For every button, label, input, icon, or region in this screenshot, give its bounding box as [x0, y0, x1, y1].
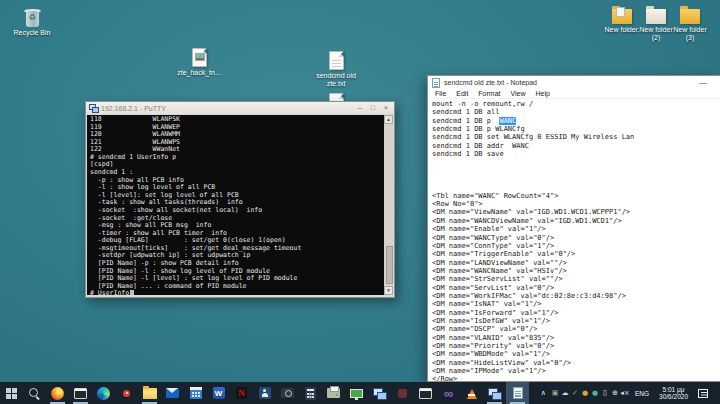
visual-studio-icon: [441, 386, 456, 401]
edge-icon: [97, 387, 110, 400]
taskbar-remote-desktop[interactable]: [345, 382, 368, 404]
notepad-text-area[interactable]: mount -n -o remount,rw /sendcmd 1 DB all…: [428, 99, 720, 381]
notepad-line: <DM name="VLANID" val="835"/>: [432, 334, 720, 342]
notepad-line: <DM name="ConnType" val="1"/>: [432, 242, 720, 250]
menu-item-view[interactable]: View: [506, 90, 531, 97]
scroll-down-button[interactable]: ▼: [384, 286, 393, 295]
taskbar-command-prompt[interactable]: [69, 382, 92, 404]
notepad-line: sendcmd 1 DB set WLANCfg 0 ESSID My Wire…: [432, 133, 720, 141]
menu-item-help[interactable]: Help: [531, 90, 555, 97]
terminal-cursor: [130, 290, 134, 295]
taskbar-start[interactable]: [0, 382, 23, 404]
taskbar-people[interactable]: [253, 382, 276, 404]
onedrive-icon[interactable]: ☁: [560, 389, 570, 397]
safely-remove-icon[interactable]: ▣: [550, 389, 560, 397]
action-center-icon[interactable]: [698, 389, 708, 398]
clock-time: 5:01 μμ: [659, 386, 688, 394]
notepad-line: </Row>: [432, 375, 720, 381]
taskbar-firefox[interactable]: [46, 382, 69, 404]
network-icon[interactable]: ⊕: [610, 389, 620, 397]
desktop: ♻ Recycle Bin zte_hack_tn... sendcmd old…: [0, 0, 720, 404]
notepad-line: <DM name="WBDMode" val="1"/>: [432, 350, 720, 358]
scrollbar-thumb[interactable]: [386, 246, 393, 284]
taskbar-visual-studio[interactable]: [437, 382, 460, 404]
desktop-icon-zte-hack[interactable]: zte_hack_tn...: [171, 48, 227, 77]
notepad-line: sendcmd 1 DB p WLANCfg: [432, 125, 720, 133]
taskbar-calculator[interactable]: [299, 382, 322, 404]
sendcmd-file-label: sendcmd old zte.txt: [308, 72, 364, 88]
notepad-line: <DM name="Enable" val="1"/>: [432, 225, 720, 233]
terminal-icon: [419, 388, 432, 399]
clock-date: 30/6/2020: [659, 393, 688, 401]
taskbar-apps: [0, 382, 529, 404]
taskbar-mail[interactable]: [161, 382, 184, 404]
taskbar-putty[interactable]: [368, 382, 391, 404]
pinned-app-icon: [123, 390, 130, 397]
taskbar-file-explorer[interactable]: [138, 382, 161, 404]
putty-titlebar[interactable]: 192.168.2.1 - PuTTY – □ ×: [86, 102, 394, 114]
notepad-title: sendcmd old zte.txt - Notepad: [444, 79, 699, 86]
new-folder-1-label: New folder.: [604, 26, 639, 34]
putty-minimize-button[interactable]: –: [358, 104, 362, 112]
taskbar-terminal[interactable]: [414, 382, 437, 404]
taskbar: ∧ ▣☁✓●●▯⊕◂× ENG 5:01 μμ 30/6/2020: [0, 382, 720, 404]
sendcmd-file-icon: [329, 51, 344, 70]
taskbar-word[interactable]: [207, 382, 230, 404]
update-icon[interactable]: ●: [580, 389, 590, 397]
putty-app-icon: [89, 104, 98, 112]
folder-yellow-icon: [680, 9, 700, 24]
terminal-line: [cspd]: [90, 161, 384, 169]
notepad-titlebar[interactable]: sendcmd old zte.txt - Notepad —: [428, 76, 720, 89]
menu-item-edit[interactable]: Edit: [451, 90, 473, 97]
taskbar-notepad[interactable]: [506, 382, 529, 404]
system-tray: ∧ ▣☁✓●●▯⊕◂× ENG 5:01 μμ 30/6/2020: [537, 382, 720, 404]
notepad-icon: [513, 387, 523, 399]
desktop-icon-new-folder-3[interactable]: New folder (3): [670, 6, 710, 42]
language-indicator[interactable]: ENG: [630, 390, 654, 397]
putty-window: 192.168.2.1 - PuTTY – □ × 118 WLANPSK119…: [85, 101, 395, 298]
firefox-icon: [51, 387, 64, 400]
hidden-icons-chevron[interactable]: ∧: [537, 389, 550, 397]
taskbar-calendar[interactable]: [184, 382, 207, 404]
recycle-bin-label: Recycle Bin: [14, 29, 51, 37]
notepad-line: sendcmd 1 DB all: [432, 108, 720, 116]
taskbar-red-app[interactable]: [391, 382, 414, 404]
taskbar-edge[interactable]: [92, 382, 115, 404]
app-teal-icon[interactable]: ●: [590, 389, 600, 397]
menu-item-file[interactable]: File: [430, 90, 451, 97]
taskbar-printer[interactable]: [322, 382, 345, 404]
menu-item-format[interactable]: Format: [473, 90, 505, 97]
zte-hack-file-icon: [192, 48, 207, 67]
taskbar-vlc[interactable]: [460, 382, 483, 404]
scroll-up-button[interactable]: ▲: [384, 115, 393, 124]
word-icon: [213, 387, 225, 399]
putty-close-button[interactable]: ×: [384, 104, 388, 112]
notepad-window: sendcmd old zte.txt - Notepad — FileEdit…: [427, 75, 720, 382]
notepad-line: [432, 158, 720, 166]
notepad-line: <DM name="WANCName" val="HSIv"/>: [432, 267, 720, 275]
putty-terminal[interactable]: 118 WLANPSK119 WLANWEP120 WLANWMM121 WLA…: [87, 115, 384, 295]
desktop-icon-sendcmd-file[interactable]: sendcmd old zte.txt: [308, 51, 364, 88]
volume-muted-icon[interactable]: ◂×: [620, 389, 630, 397]
putty-icon: [372, 387, 387, 400]
search-icon: [27, 386, 42, 401]
taskbar-camera[interactable]: [276, 382, 299, 404]
taskbar-netflix[interactable]: [230, 382, 253, 404]
remote-desktop-icon: [350, 389, 363, 398]
notepad-minimize-button[interactable]: —: [699, 78, 717, 87]
taskbar-search[interactable]: [23, 382, 46, 404]
printer-icon: [327, 388, 340, 398]
putty-title: 192.168.2.1 - PuTTY: [101, 105, 358, 112]
battery-icon[interactable]: ▯: [600, 389, 610, 397]
terminal-line: # sendcmd 1 UserInfo p: [90, 154, 384, 162]
defender-icon[interactable]: ✓: [570, 389, 580, 397]
putty-maximize-button[interactable]: □: [371, 104, 375, 112]
taskbar-putty-session[interactable]: [483, 382, 506, 404]
desktop-icon-recycle-bin[interactable]: ♻ Recycle Bin: [4, 7, 60, 37]
taskbar-clock[interactable]: 5:01 μμ 30/6/2020: [654, 386, 693, 401]
taskbar-pinned-app[interactable]: [115, 382, 138, 404]
selected-text: WANC: [499, 117, 516, 125]
camera-icon: [281, 388, 294, 398]
vlc-icon: [464, 386, 479, 401]
notepad-line: <DM name="TriggerEnable" val="0"/>: [432, 250, 720, 258]
